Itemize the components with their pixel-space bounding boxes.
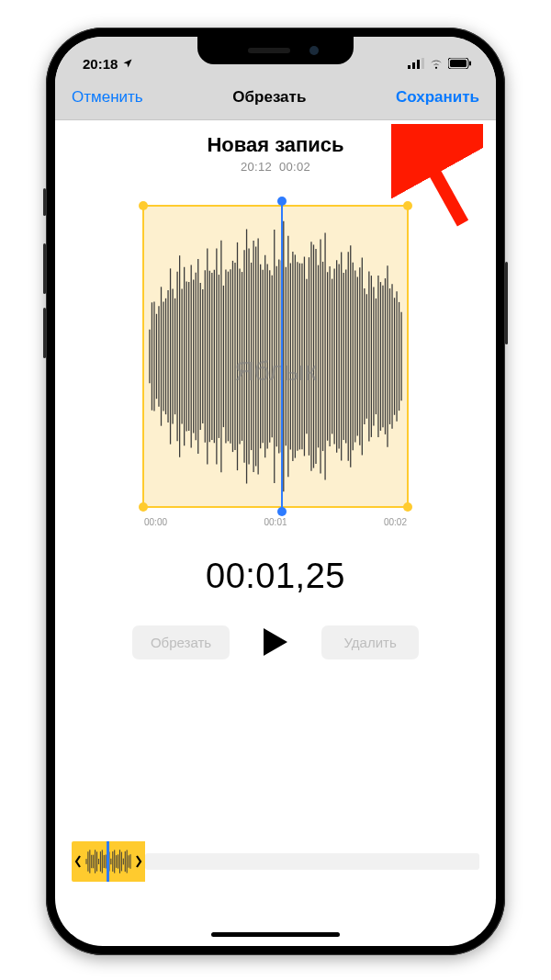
location-icon xyxy=(122,58,133,69)
power-button xyxy=(505,262,508,344)
playhead[interactable] xyxy=(281,201,283,512)
notch xyxy=(197,37,354,64)
mini-timeline-track[interactable] xyxy=(145,853,479,870)
trim-handle-top-left[interactable] xyxy=(139,201,148,210)
silence-switch xyxy=(43,188,46,216)
controls-row: Обрезать Удалить xyxy=(55,622,496,662)
trim-button[interactable]: Обрезать xyxy=(132,625,230,659)
waveform-zone: Яблык 00:00 00:01 00:02 xyxy=(142,205,409,527)
volume-up-button xyxy=(43,243,46,294)
cancel-button[interactable]: Отменить xyxy=(72,88,143,107)
chevron-left-icon xyxy=(74,854,82,869)
axis-tick-2: 00:02 xyxy=(384,517,407,527)
battery-icon xyxy=(448,58,472,69)
recording-created-time: 20:12 xyxy=(241,160,272,174)
mini-timeline[interactable] xyxy=(72,841,479,882)
recording-meta: 20:12 00:02 xyxy=(55,160,496,174)
svg-rect-6 xyxy=(469,62,471,66)
trim-selection[interactable]: Яблык xyxy=(142,205,409,508)
play-icon xyxy=(262,626,289,658)
svg-rect-5 xyxy=(450,60,467,67)
trim-handle-top-right[interactable] xyxy=(403,201,412,210)
trim-handle-bottom-left[interactable] xyxy=(139,502,148,512)
delete-button[interactable]: Удалить xyxy=(321,625,419,659)
nav-bar: Отменить Обрезать Сохранить xyxy=(55,79,496,120)
recording-title: Новая запись xyxy=(55,133,496,157)
mini-playhead[interactable] xyxy=(107,841,109,882)
chevron-right-icon xyxy=(135,854,142,869)
nav-title: Обрезать xyxy=(232,88,306,107)
screen: 20:18 xyxy=(55,37,496,946)
axis-tick-0: 00:00 xyxy=(144,517,167,527)
current-time: 00:01,25 xyxy=(55,557,496,596)
volume-down-button xyxy=(43,308,46,358)
content: Новая запись 20:12 00:02 Яблык 0 xyxy=(55,120,496,662)
status-time: 20:18 xyxy=(83,56,118,72)
svg-rect-1 xyxy=(412,62,415,69)
home-indicator[interactable] xyxy=(211,932,340,937)
mini-trim-grip-left[interactable] xyxy=(72,841,84,882)
trim-handle-bottom-right[interactable] xyxy=(403,502,412,512)
axis-tick-1: 00:01 xyxy=(264,517,287,527)
recording-duration: 00:02 xyxy=(279,160,310,174)
time-axis: 00:00 00:01 00:02 xyxy=(142,517,409,527)
mini-trim-grip-right[interactable] xyxy=(132,841,145,882)
svg-rect-3 xyxy=(422,58,424,69)
waveform xyxy=(144,207,407,506)
wifi-icon xyxy=(429,58,444,69)
phone-frame: 20:18 xyxy=(46,28,505,955)
save-button[interactable]: Сохранить xyxy=(396,88,479,107)
play-button[interactable] xyxy=(255,622,296,662)
cellular-signal-icon xyxy=(408,58,424,69)
svg-rect-2 xyxy=(417,60,420,69)
svg-rect-0 xyxy=(408,65,410,69)
mini-trim-clip[interactable] xyxy=(72,841,145,882)
